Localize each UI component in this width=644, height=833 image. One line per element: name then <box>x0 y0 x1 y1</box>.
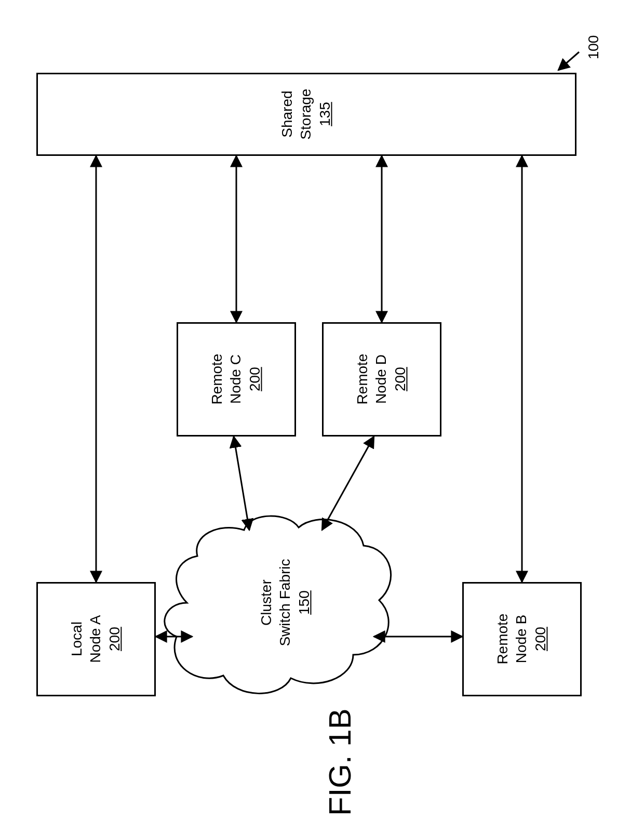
nodeB-line2: Node B <box>514 615 530 663</box>
nodeA-line1: Local <box>69 622 85 657</box>
nodeA-line2: Node A <box>88 615 104 663</box>
nodeB-line1: Remote <box>494 614 511 665</box>
nodeD-line1: Remote <box>354 354 370 405</box>
nodeC-num: 200 <box>247 367 263 392</box>
nodeC-line1: Remote <box>209 354 225 405</box>
nodeD-line2: Node D <box>373 355 390 404</box>
fabric-num: 150 <box>296 591 312 615</box>
fabric-line2: Switch Fabric <box>277 559 293 646</box>
arrow-fabric-nodeC <box>234 437 249 530</box>
fabric-line1: Cluster <box>258 580 274 626</box>
ref-leader-arrow <box>558 52 579 70</box>
nodeD-num: 200 <box>392 367 408 392</box>
arrow-fabric-nodeD <box>322 437 374 530</box>
figure-caption: FIG. 1B <box>322 708 358 816</box>
nodeB-num: 200 <box>532 627 548 652</box>
storage-num: 135 <box>317 102 333 127</box>
local-node-a-box: Local Node A 200 <box>36 582 156 696</box>
nodeA-num: 200 <box>106 627 123 652</box>
cluster-fabric-label: Cluster Switch Fabric 150 <box>229 566 343 639</box>
remote-node-b-box: Remote Node B 200 <box>462 582 582 696</box>
remote-node-c-box: Remote Node C 200 <box>177 322 296 437</box>
remote-node-d-box: Remote Node D 200 <box>322 322 441 437</box>
diagram-stage: 100 Shared Storage 135 Local Node A 200 … <box>0 0 644 833</box>
ref-number: 100 <box>585 35 602 60</box>
shared-storage-box: Shared Storage 135 <box>36 73 576 156</box>
nodeC-line2: Node C <box>228 355 244 404</box>
storage-line2: Storage <box>298 89 314 140</box>
storage-line1: Shared <box>279 91 295 138</box>
